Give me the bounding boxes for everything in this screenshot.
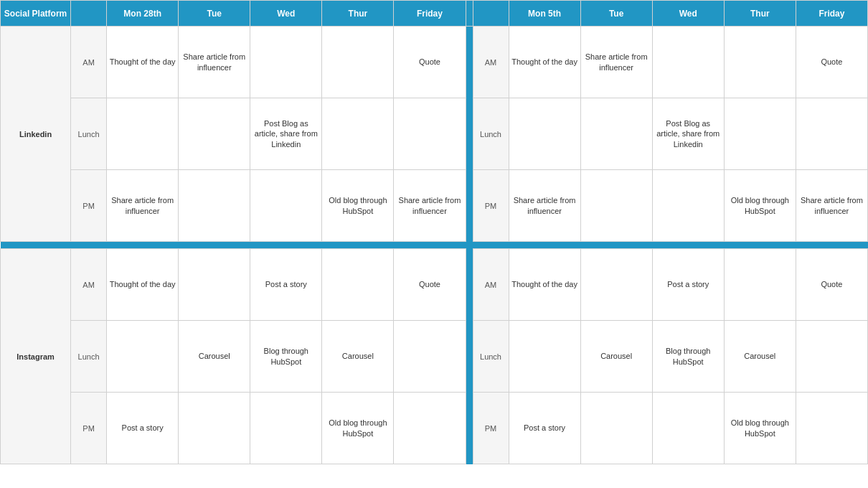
- content-cell-w2: Thought of the day: [509, 27, 580, 98]
- content-cell: Post a story: [250, 249, 322, 321]
- content-cell-w2: [652, 170, 724, 242]
- content-cell-w2: [509, 98, 580, 170]
- platform-header: Social Platform: [1, 1, 71, 27]
- time-cell-w2: AM: [473, 27, 509, 98]
- content-cell-w2: Post a story: [509, 393, 580, 464]
- section-divider-cell: [1, 242, 868, 249]
- time-cell: Lunch: [71, 98, 107, 170]
- week1-thur-header: Thur: [322, 1, 394, 27]
- time-cell-w2: Lunch: [473, 98, 509, 170]
- content-cell: Old blog through HubSpot: [322, 170, 394, 242]
- time-header-2: [473, 1, 509, 27]
- content-cell-w2: Quote: [796, 249, 867, 321]
- section-divider: [1, 242, 868, 249]
- content-cell-w2: [509, 321, 580, 393]
- content-cell-w2: Post Blog as article, share from Linkedi…: [652, 98, 724, 170]
- table-row: PMShare article from influencerOld blog …: [1, 170, 868, 242]
- week-separator-col: [466, 98, 473, 170]
- content-cell: Thought of the day: [107, 249, 179, 321]
- content-cell-w2: Quote: [796, 27, 867, 98]
- table-row: LunchPost Blog as article, share from Li…: [1, 98, 868, 170]
- week2-friday-header: Friday: [796, 1, 867, 27]
- time-cell-w2: AM: [473, 249, 509, 321]
- content-cell-w2: Blog through HubSpot: [652, 321, 724, 393]
- week2-mon-header: Mon 5th: [509, 1, 580, 27]
- content-cell-w2: Thought of the day: [509, 249, 580, 321]
- content-cell-w2: Old blog through HubSpot: [724, 170, 796, 242]
- content-cell: Quote: [394, 249, 466, 321]
- week1-tue-header: Tue: [179, 1, 250, 27]
- content-cell: [179, 393, 250, 464]
- content-cell: [322, 249, 394, 321]
- content-cell-w2: Post a story: [652, 249, 724, 321]
- platform-cell: Linkedin: [1, 27, 71, 242]
- content-cell: [250, 393, 322, 464]
- content-cell: [394, 321, 466, 393]
- content-cell: [179, 98, 250, 170]
- content-cell-w2: [580, 170, 652, 242]
- table-row: PMPost a storyOld blog through HubSpotPM…: [1, 393, 868, 464]
- content-cell: [250, 27, 322, 98]
- table-row: InstagramAMThought of the dayPost a stor…: [1, 249, 868, 321]
- content-cell: Carousel: [179, 321, 250, 393]
- week-separator-header: [466, 1, 473, 27]
- content-cell-w2: [652, 393, 724, 464]
- week-separator-col: [466, 27, 473, 98]
- content-cell-w2: Share article from influencer: [509, 170, 580, 242]
- content-cell-w2: [796, 98, 867, 170]
- content-cell-w2: [652, 27, 724, 98]
- content-cell: [322, 98, 394, 170]
- time-cell-w2: PM: [473, 170, 509, 242]
- content-cell: Blog through HubSpot: [250, 321, 322, 393]
- time-header-1: [71, 1, 107, 27]
- content-cell: [179, 249, 250, 321]
- time-cell: PM: [71, 393, 107, 464]
- content-cell: [322, 27, 394, 98]
- content-cell: Old blog through HubSpot: [322, 393, 394, 464]
- content-cell-w2: [796, 321, 867, 393]
- content-cell: [394, 393, 466, 464]
- week1-wed-header: Wed: [250, 1, 322, 27]
- week-separator-col: [466, 321, 473, 393]
- content-cell-w2: [724, 249, 796, 321]
- week-separator-col: [466, 170, 473, 242]
- content-cell: [394, 98, 466, 170]
- content-cell: [107, 98, 179, 170]
- content-cell: Share article from influencer: [179, 27, 250, 98]
- week-separator-col: [466, 393, 473, 464]
- time-cell: PM: [71, 170, 107, 242]
- content-cell-w2: [796, 393, 867, 464]
- content-cell-w2: [724, 98, 796, 170]
- platform-cell: Instagram: [1, 249, 71, 464]
- table-row: LunchCarouselBlog through HubSpotCarouse…: [1, 321, 868, 393]
- week1-friday-header: Friday: [394, 1, 466, 27]
- content-cell: Post Blog as article, share from Linkedi…: [250, 98, 322, 170]
- content-cell-w2: [724, 27, 796, 98]
- content-cell-w2: [580, 249, 652, 321]
- week2-thur-header: Thur: [724, 1, 796, 27]
- week2-wed-header: Wed: [652, 1, 724, 27]
- content-cell: Share article from influencer: [394, 170, 466, 242]
- time-cell: AM: [71, 249, 107, 321]
- time-cell: Lunch: [71, 321, 107, 393]
- content-cell-w2: [580, 98, 652, 170]
- week-separator-col: [466, 249, 473, 321]
- schedule-table: Social Platform Mon 28th Tue Wed Thur Fr…: [0, 0, 868, 464]
- time-cell-w2: PM: [473, 393, 509, 464]
- time-cell-w2: Lunch: [473, 321, 509, 393]
- content-cell: Thought of the day: [107, 27, 179, 98]
- content-cell: [250, 170, 322, 242]
- content-cell: Carousel: [322, 321, 394, 393]
- time-cell: AM: [71, 27, 107, 98]
- content-cell-w2: Carousel: [580, 321, 652, 393]
- table-row: LinkedinAMThought of the dayShare articl…: [1, 27, 868, 98]
- content-cell: Quote: [394, 27, 466, 98]
- content-cell-w2: Share article from influencer: [580, 27, 652, 98]
- content-cell: Post a story: [107, 393, 179, 464]
- week2-tue-header: Tue: [580, 1, 652, 27]
- content-cell-w2: Share article from influencer: [796, 170, 867, 242]
- content-cell: [179, 170, 250, 242]
- content-cell-w2: [580, 393, 652, 464]
- content-cell-w2: Carousel: [724, 321, 796, 393]
- content-cell: [107, 321, 179, 393]
